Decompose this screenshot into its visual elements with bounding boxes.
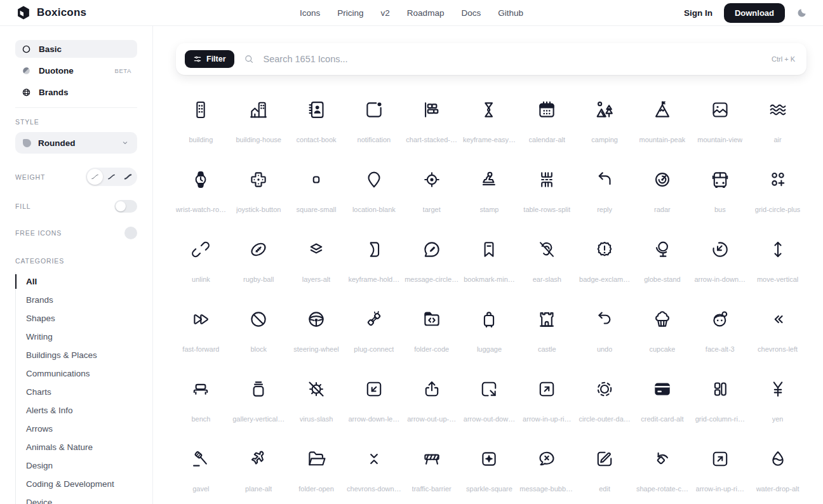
category-all[interactable]: All: [16, 272, 137, 291]
style-dropdown[interactable]: Rounded: [15, 132, 137, 154]
free-icons-toggle[interactable]: [124, 227, 137, 239]
icon-cell-circle-outer-dashed[interactable]: circle-outer-da…: [576, 367, 634, 437]
icon-cell-target[interactable]: target: [403, 157, 460, 227]
category-brands[interactable]: Brands: [16, 291, 137, 309]
icon-cell-message-circle[interactable]: message-circle…: [403, 227, 460, 297]
icon-cell-air[interactable]: air: [749, 88, 806, 157]
icon-cell-joystick-button[interactable]: joystick-button: [230, 157, 288, 227]
category-animals-nature[interactable]: Animals & Nature: [16, 438, 137, 456]
category-charts[interactable]: Charts: [16, 383, 137, 401]
icon-cell-sparkle-square[interactable]: sparkle-square: [460, 437, 518, 504]
icon-cell-square-small[interactable]: square-small: [288, 157, 345, 227]
icon-cell-water-drop-alt[interactable]: water-drop-alt: [749, 437, 806, 504]
icon-cell-camping[interactable]: camping: [576, 88, 634, 157]
icon-cell-keyframe-hold[interactable]: keyframe-hold…: [345, 227, 403, 297]
sidebar-item-duotone[interactable]: Duotone BETA: [15, 62, 137, 79]
icon-cell-location-blank[interactable]: location-blank: [345, 157, 403, 227]
category-communications[interactable]: Communications: [16, 364, 137, 383]
sign-in-link[interactable]: Sign In: [684, 8, 713, 18]
icon-cell-cupcake[interactable]: cupcake: [634, 297, 692, 367]
icon-cell-arrow-in-up-right[interactable]: arrow-in-up-ri…: [691, 437, 749, 504]
icon-cell-undo[interactable]: undo: [576, 297, 634, 367]
icon-cell-mountain-peak[interactable]: mountain-peak: [634, 88, 692, 157]
download-button[interactable]: Download: [724, 3, 785, 23]
nav-link-docs[interactable]: Docs: [461, 8, 481, 18]
category-design[interactable]: Design: [16, 456, 137, 475]
icon-cell-steering-wheel[interactable]: steering-wheel: [288, 297, 345, 367]
icon-cell-arrow-down-left-square[interactable]: arrow-down-le…: [345, 367, 403, 437]
icon-cell-gavel[interactable]: gavel: [172, 437, 230, 504]
icon-cell-arrow-in-up-right[interactable]: arrow-in-up-ri…: [518, 367, 576, 437]
icon-cell-layers-alt[interactable]: layers-alt: [288, 227, 345, 297]
category-writing[interactable]: Writing: [16, 328, 137, 346]
dark-mode-toggle-moon-icon[interactable]: [796, 7, 808, 18]
icon-cell-shape-rotate[interactable]: shape-rotate-c…: [634, 437, 692, 504]
icon-cell-message-bubble[interactable]: message-bubbl…: [518, 437, 576, 504]
icon-cell-ear-slash[interactable]: ear-slash: [518, 227, 576, 297]
nav-link-roadmap[interactable]: Roadmap: [407, 8, 445, 18]
icon-cell-chevrons-left[interactable]: chevrons-left: [749, 297, 806, 367]
nav-link-v2[interactable]: v2: [381, 8, 390, 18]
fill-toggle[interactable]: [114, 200, 137, 213]
icon-cell-bench[interactable]: bench: [172, 367, 230, 437]
icon-cell-credit-card-alt[interactable]: credit-card-alt: [634, 367, 692, 437]
icon-cell-castle[interactable]: castle: [518, 297, 576, 367]
icon-cell-bookmark-min[interactable]: bookmark-min…: [460, 227, 518, 297]
sidebar-item-basic[interactable]: Basic: [15, 40, 137, 58]
weight-bold-button[interactable]: [120, 169, 136, 185]
category-device[interactable]: Device: [16, 493, 137, 504]
filter-button[interactable]: Filter: [185, 50, 234, 68]
icon-cell-mountain-view[interactable]: mountain-view: [691, 88, 749, 157]
brand-logo[interactable]: Boxicons: [15, 4, 86, 21]
nav-link-github[interactable]: Github: [498, 8, 523, 18]
icon-cell-arrow-in-down[interactable]: arrow-in-down…: [691, 227, 749, 297]
icon-cell-unlink[interactable]: unlink: [172, 227, 230, 297]
icon-cell-yen[interactable]: yen: [749, 367, 806, 437]
icon-cell-reply[interactable]: reply: [576, 157, 634, 227]
category-alerts-info[interactable]: Alerts & Info: [16, 401, 137, 420]
icon-cell-globe-stand[interactable]: globe-stand: [634, 227, 692, 297]
icon-cell-edit[interactable]: edit: [576, 437, 634, 504]
icon-cell-gallery-vertical[interactable]: gallery-vertical…: [230, 367, 288, 437]
icon-cell-keyframe-easy[interactable]: keyframe-easy…: [460, 88, 518, 157]
icon-cell-contact-book[interactable]: contact-book: [288, 88, 345, 157]
category-arrows[interactable]: Arrows: [16, 420, 137, 438]
icon-cell-calendar-alt[interactable]: calendar-alt: [518, 88, 576, 157]
icon-cell-folder-code[interactable]: folder-code: [403, 297, 460, 367]
icon-cell-arrow-out-down[interactable]: arrow-out-dow…: [460, 367, 518, 437]
sidebar-item-brands[interactable]: Brands: [15, 83, 137, 101]
weight-thin-button[interactable]: [87, 169, 103, 185]
icon-cell-building-house[interactable]: building-house: [230, 88, 288, 157]
category-buildings-places[interactable]: Buildings & Places: [16, 346, 137, 364]
icon-cell-move-vertical[interactable]: move-vertical: [749, 227, 806, 297]
icon-cell-wrist-watch[interactable]: wrist-watch-ro…: [172, 157, 230, 227]
icon-cell-folder-open[interactable]: folder-open: [288, 437, 345, 504]
search-input[interactable]: [264, 54, 763, 64]
icon-cell-block[interactable]: block: [230, 297, 288, 367]
icon-cell-plane-alt[interactable]: plane-alt: [230, 437, 288, 504]
nav-link-icons[interactable]: Icons: [300, 8, 320, 18]
icon-cell-traffic-barrier[interactable]: traffic-barrier: [403, 437, 460, 504]
icon-cell-notification[interactable]: notification: [345, 88, 403, 157]
icon-cell-arrow-out-up[interactable]: arrow-out-up-…: [403, 367, 460, 437]
icon-cell-radar[interactable]: radar: [634, 157, 692, 227]
icon-cell-plug-connect[interactable]: plug-connect: [345, 297, 403, 367]
category-coding-development[interactable]: Coding & Development: [16, 475, 137, 493]
weight-medium-button[interactable]: [104, 169, 119, 185]
icon-cell-table-rows-split[interactable]: table-rows-split: [518, 157, 576, 227]
category-shapes[interactable]: Shapes: [16, 309, 137, 328]
icon-cell-stamp[interactable]: stamp: [460, 157, 518, 227]
icon-cell-building[interactable]: building: [172, 88, 230, 157]
icon-cell-badge-exclam[interactable]: badge-exclam…: [576, 227, 634, 297]
icon-cell-fast-forward[interactable]: fast-forward: [172, 297, 230, 367]
icon-cell-face-alt-3[interactable]: face-alt-3: [691, 297, 749, 367]
icon-cell-chevrons-down[interactable]: chevrons-down…: [345, 437, 403, 504]
icon-cell-luggage[interactable]: luggage: [460, 297, 518, 367]
icon-cell-grid-column[interactable]: grid-column-ri…: [691, 367, 749, 437]
icon-cell-rugby-ball[interactable]: rugby-ball: [230, 227, 288, 297]
icon-cell-chart-stacked[interactable]: chart-stacked-…: [403, 88, 460, 157]
nav-link-pricing[interactable]: Pricing: [337, 8, 363, 18]
icon-cell-virus-slash[interactable]: virus-slash: [288, 367, 345, 437]
icon-cell-grid-circle-plus[interactable]: grid-circle-plus: [749, 157, 806, 227]
icon-cell-bus[interactable]: bus: [691, 157, 749, 227]
